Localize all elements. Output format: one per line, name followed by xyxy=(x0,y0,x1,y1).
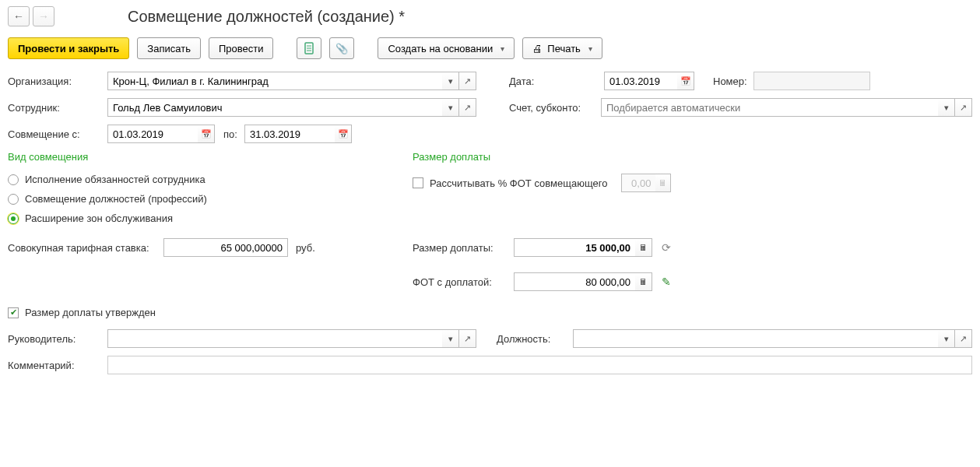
print-label: Печать xyxy=(547,43,581,54)
paperclip-icon: 📎 xyxy=(335,43,348,54)
radio-icon xyxy=(8,174,19,185)
approved-row[interactable]: Размер доплаты утвержден xyxy=(8,307,972,318)
subst-type-option-3-label: Расширение зон обслуживания xyxy=(25,212,173,224)
manager-dropdown-icon[interactable]: ▾ xyxy=(442,329,459,348)
position-label: Должность: xyxy=(497,333,567,345)
account-dropdown-icon[interactable]: ▾ xyxy=(938,98,955,117)
register-icon xyxy=(304,42,314,54)
comment-input[interactable] xyxy=(107,356,972,374)
amount-input[interactable] xyxy=(514,238,635,257)
comment-label: Комментарий: xyxy=(8,360,101,371)
subst-type-option-1[interactable]: Исполнение обязанностей сотрудника xyxy=(8,174,366,185)
manager-input[interactable] xyxy=(107,329,442,348)
subst-type-option-3[interactable]: Расширение зон обслуживания xyxy=(8,212,366,224)
manager-label: Руководитель: xyxy=(8,333,101,345)
subst-type-title: Вид совмещения xyxy=(8,151,366,163)
create-on-basis-button[interactable]: Создать на основании xyxy=(378,37,515,59)
rate-label: Совокупная тарифная ставка: xyxy=(8,242,156,254)
checkbox-icon xyxy=(8,307,19,318)
position-open-icon[interactable]: ↗ xyxy=(955,329,972,348)
position-dropdown-icon[interactable]: ▾ xyxy=(938,329,955,348)
radio-icon xyxy=(8,194,19,205)
number-input[interactable] xyxy=(753,72,870,90)
calc-fot-calc-icon: 🖩 xyxy=(655,174,671,192)
position-input[interactable] xyxy=(573,329,938,348)
subst-to-input[interactable] xyxy=(244,125,335,143)
subst-from-calendar-icon[interactable]: 📅 xyxy=(198,125,215,143)
account-input[interactable] xyxy=(601,98,938,117)
checkbox-icon xyxy=(413,177,423,188)
refresh-icon[interactable]: ⟳ xyxy=(662,241,674,254)
amount-calc-icon[interactable]: 🖩 xyxy=(635,238,652,257)
fot-label: ФОТ с доплатой: xyxy=(413,276,506,288)
post-button[interactable]: Провести xyxy=(209,37,274,59)
print-button[interactable]: 🖨 Печать xyxy=(522,37,602,59)
organization-input[interactable] xyxy=(107,72,442,90)
organization-dropdown-icon[interactable]: ▾ xyxy=(442,72,459,90)
manager-open-icon[interactable]: ↗ xyxy=(459,329,476,348)
employee-open-icon[interactable]: ↗ xyxy=(459,98,476,117)
rate-input[interactable] xyxy=(163,238,288,257)
date-calendar-icon[interactable]: 📅 xyxy=(677,72,694,90)
nav-back-button[interactable]: ← xyxy=(8,6,30,26)
fot-calc-icon[interactable]: 🖩 xyxy=(635,272,652,291)
fot-input[interactable] xyxy=(514,272,635,291)
employee-label: Сотрудник: xyxy=(8,102,101,114)
date-input[interactable] xyxy=(604,72,677,90)
edit-icon[interactable]: ✎ xyxy=(662,276,674,288)
organization-label: Организация: xyxy=(8,75,101,87)
subst-to-calendar-icon[interactable]: 📅 xyxy=(335,125,352,143)
subst-from-label: Совмещение с: xyxy=(8,128,101,140)
surcharge-title: Размер доплаты xyxy=(413,151,671,163)
amount-label: Размер доплаты: xyxy=(413,242,506,254)
number-label: Номер: xyxy=(713,75,747,87)
subst-type-option-2[interactable]: Совмещение должностей (профессий) xyxy=(8,193,366,205)
toolbar: Провести и закрыть Записать Провести 📎 С… xyxy=(8,37,972,59)
subst-from-input[interactable] xyxy=(107,125,198,143)
approved-label: Размер доплаты утвержден xyxy=(25,307,156,318)
organization-open-icon[interactable]: ↗ xyxy=(459,72,476,90)
page-title: Совмещение должностей (создание) * xyxy=(128,8,405,26)
register-records-button[interactable] xyxy=(297,37,321,59)
employee-dropdown-icon[interactable]: ▾ xyxy=(442,98,459,117)
printer-icon: 🖨 xyxy=(532,43,543,54)
date-label: Дата: xyxy=(509,75,548,87)
subst-to-label: по: xyxy=(223,128,238,140)
subst-type-option-2-label: Совмещение должностей (профессий) xyxy=(25,193,207,205)
radio-icon xyxy=(8,213,19,224)
employee-input[interactable] xyxy=(107,98,442,117)
account-label: Счет, субконто: xyxy=(509,102,595,114)
save-button[interactable]: Записать xyxy=(137,37,201,59)
rate-unit: руб. xyxy=(296,242,315,254)
calc-fot-row[interactable]: Рассчитывать % ФОТ совмещающего 🖩 xyxy=(413,174,671,192)
post-and-close-button[interactable]: Провести и закрыть xyxy=(8,37,129,59)
calc-fot-label: Рассчитывать % ФОТ совмещающего xyxy=(430,177,607,189)
nav-forward-button[interactable]: → xyxy=(33,6,54,26)
calc-fot-input xyxy=(621,174,655,192)
account-open-icon[interactable]: ↗ xyxy=(955,98,972,117)
attach-button[interactable]: 📎 xyxy=(329,37,354,59)
subst-type-option-1-label: Исполнение обязанностей сотрудника xyxy=(25,174,205,185)
